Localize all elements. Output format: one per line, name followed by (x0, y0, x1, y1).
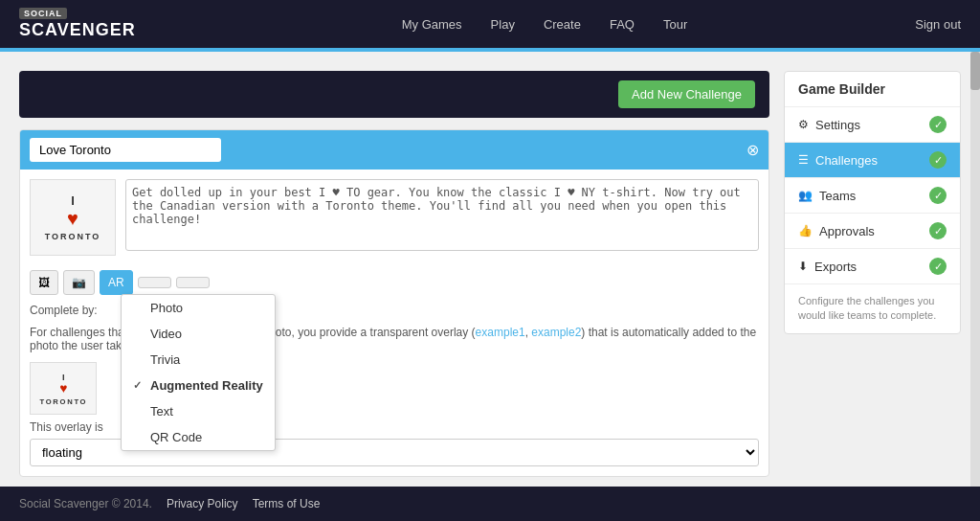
sidebar: Game Builder ⚙ Settings ✓ ☰ Challenges ✓… (784, 71, 961, 467)
example2-link[interactable]: example2 (531, 326, 581, 339)
dropdown-text-label: Text (150, 404, 173, 419)
type-row: 🖼 📷 AR Photo Video (20, 265, 768, 300)
overlay-image: I ♥ TORONTO (30, 362, 97, 415)
sidebar-teams-left: 👥 Teams (798, 189, 856, 203)
sidebar-item-challenges[interactable]: ☰ Challenges ✓ (785, 143, 960, 178)
dropdown-ar[interactable]: ✓ Augmented Reality (122, 373, 275, 398)
dropdown-photo-label: Photo (150, 301, 183, 315)
teams-icon: 👥 (798, 189, 813, 202)
nav-mygames[interactable]: My Games (402, 17, 462, 32)
settings-icon: ⚙ (798, 118, 809, 131)
example1-link[interactable]: example1 (476, 326, 525, 339)
sidebar-exports-left: ⬇ Exports (798, 260, 857, 274)
scrollbar-thumb[interactable] (970, 52, 980, 90)
sidebar-title: Game Builder (785, 72, 960, 107)
challenges-icon: ☰ (798, 153, 809, 167)
challenge-title-input[interactable] (30, 138, 221, 162)
check-ar: ✓ (133, 379, 146, 392)
dropdown-trivia[interactable]: Trivia (122, 347, 275, 373)
logo-social-badge: SOCIAL (19, 8, 67, 19)
add-challenge-button[interactable]: Add New Challenge (618, 80, 755, 108)
sidebar-exports-label: Exports (814, 260, 857, 274)
nav-create[interactable]: Create (544, 17, 581, 32)
extra-btn2[interactable] (176, 277, 210, 288)
city-label: TORONTO (45, 232, 101, 241)
type-dropdown: Photo Video Trivia ✓ Augmented Reality (121, 294, 276, 451)
challenge-card: ⊗ I ♥ TORONTO Get dolled up in your best… (19, 129, 769, 477)
dropdown-video[interactable]: Video (122, 321, 275, 347)
i-love-toronto-logo: I ♥ TORONTO (45, 193, 101, 241)
approvals-check: ✓ (929, 222, 947, 239)
sidebar-item-exports[interactable]: ⬇ Exports ✓ (785, 249, 960, 284)
sidebar-settings-left: ⚙ Settings (798, 118, 860, 132)
dropdown-trivia-label: Trivia (150, 352, 180, 367)
logo-name: SCAVENGER (19, 20, 136, 40)
top-bar: Add New Challenge (19, 71, 769, 118)
sidebar-description: Configure the challenges you would like … (785, 284, 960, 333)
photo-type-btn[interactable]: 🖼 (30, 270, 58, 295)
footer: Social Scavenger © 2014. Privacy Policy … (0, 487, 980, 521)
main-content: Add New Challenge ⊗ I ♥ TORONTO Get doll… (0, 52, 980, 487)
footer-copyright: Social Scavenger © 2014. (19, 497, 152, 510)
sidebar-approvals-label: Approvals (819, 224, 875, 238)
nav-tour[interactable]: Tour (663, 17, 687, 32)
sidebar-item-approvals[interactable]: 👍 Approvals ✓ (785, 214, 960, 249)
camera-type-btn[interactable]: 📷 (63, 270, 95, 295)
heart-icon: ♥ (67, 208, 78, 230)
exports-icon: ⬇ (798, 260, 808, 273)
footer-terms-link[interactable]: Terms of Use (253, 497, 321, 510)
challenge-close-icon[interactable]: ⊗ (746, 141, 759, 159)
overlay-heart-icon: ♥ (59, 381, 67, 396)
sidebar-settings-label: Settings (815, 118, 860, 132)
approvals-icon: 👍 (798, 224, 813, 238)
dropdown-video-label: Video (150, 327, 182, 341)
main-nav: My Games Play Create FAQ Tour (174, 17, 916, 32)
teams-check: ✓ (929, 187, 947, 204)
dropdown-ar-label: Augmented Reality (150, 378, 263, 393)
challenge-header: ⊗ (20, 130, 768, 170)
sidebar-item-teams[interactable]: 👥 Teams ✓ (785, 178, 960, 214)
ar-type-btn[interactable]: AR (100, 270, 133, 295)
challenge-description-textarea[interactable]: Get dolled up in your best I ♥ TO gear. … (125, 179, 759, 251)
scrollbar[interactable] (970, 52, 980, 487)
sidebar-approvals-left: 👍 Approvals (798, 224, 875, 238)
overlay-i-love-toronto: I ♥ TORONTO (39, 372, 87, 406)
challenges-check: ✓ (929, 151, 947, 169)
i-letter: I (71, 193, 75, 208)
extra-btn1[interactable] (138, 277, 171, 288)
signout-button[interactable]: Sign out (915, 17, 961, 32)
header: SOCIAL SCAVENGER My Games Play Create FA… (0, 0, 980, 48)
overlay-city: TORONTO (39, 397, 87, 406)
overlay-i: I (62, 372, 65, 381)
dropdown-photo[interactable]: Photo (122, 295, 275, 321)
sidebar-card: Game Builder ⚙ Settings ✓ ☰ Challenges ✓… (784, 71, 961, 334)
settings-check: ✓ (929, 116, 947, 133)
dropdown-qrcode-label: QR Code (150, 430, 202, 444)
dropdown-qrcode[interactable]: QR Code (122, 424, 275, 450)
exports-check: ✓ (929, 258, 947, 275)
complete-by-label: Complete by: (30, 304, 98, 317)
dropdown-text[interactable]: Text (122, 398, 275, 424)
footer-privacy-link[interactable]: Privacy Policy (167, 497, 238, 510)
sidebar-challenges-label: Challenges (815, 153, 878, 168)
sidebar-teams-label: Teams (819, 189, 856, 203)
logo-area: SOCIAL SCAVENGER (19, 8, 136, 40)
challenge-image: I ♥ TORONTO (30, 179, 116, 256)
sidebar-item-settings[interactable]: ⚙ Settings ✓ (785, 107, 960, 143)
sidebar-challenges-left: ☰ Challenges (798, 153, 878, 168)
challenge-body: I ♥ TORONTO Get dolled up in your best I… (20, 170, 768, 265)
content-area: Add New Challenge ⊗ I ♥ TORONTO Get doll… (19, 71, 769, 467)
nav-faq[interactable]: FAQ (610, 17, 635, 32)
nav-play[interactable]: Play (491, 17, 515, 32)
